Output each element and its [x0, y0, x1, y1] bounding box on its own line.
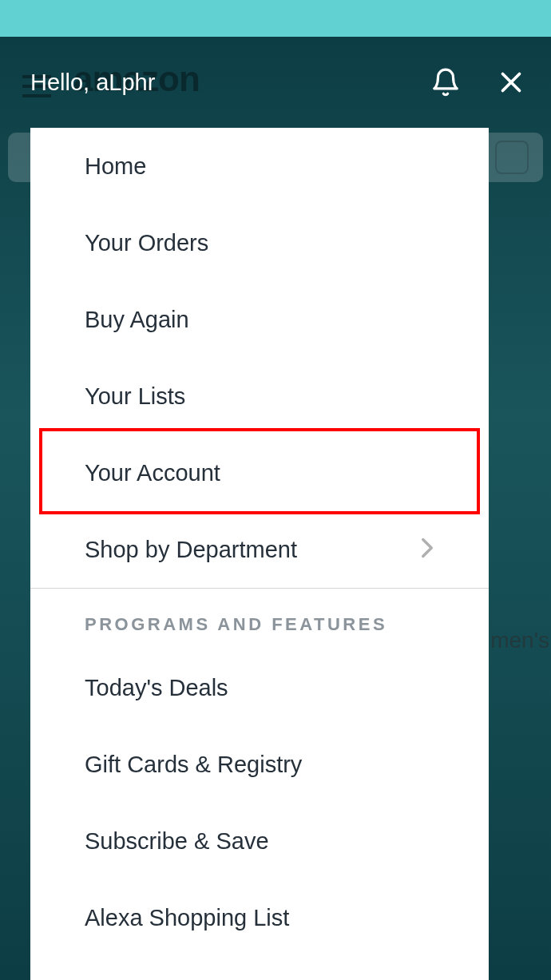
menu-item-subscribe-save[interactable]: Subscribe & Save — [30, 803, 489, 879]
menu-item-label: Buy Again — [85, 307, 189, 333]
menu-panel: Home Your Orders Buy Again Your Lists Yo… — [30, 128, 489, 980]
close-button[interactable] — [494, 65, 529, 100]
menu-item-label: Your Orders — [85, 230, 208, 256]
greeting-text: Hello, aLphr — [30, 69, 428, 96]
menu-item-home[interactable]: Home — [30, 128, 489, 204]
menu-header: Hello, aLphr — [0, 37, 551, 128]
menu-item-label: Subscribe & Save — [85, 828, 269, 855]
menu-item-todays-deals[interactable]: Today's Deals — [30, 649, 489, 726]
menu-item-your-account[interactable]: Your Account — [30, 434, 489, 511]
menu-item-shop-by-department[interactable]: Shop by Department — [30, 511, 489, 588]
notifications-button[interactable] — [428, 65, 463, 100]
menu-item-label: Shop by Department — [85, 537, 297, 563]
section-header-programs: PROGRAMS AND FEATURES — [30, 589, 489, 649]
menu-item-label: Today's Deals — [85, 675, 228, 701]
menu-item-alexa-shopping-list[interactable]: Alexa Shopping List — [30, 879, 489, 956]
menu-item-your-orders[interactable]: Your Orders — [30, 204, 489, 281]
menu-item-your-lists[interactable]: Your Lists — [30, 358, 489, 434]
top-banner — [0, 0, 551, 37]
menu-item-label: Home — [85, 153, 146, 180]
close-icon — [497, 68, 525, 97]
menu-item-label: Gift Cards & Registry — [85, 752, 302, 778]
chevron-right-icon — [420, 537, 434, 562]
bell-icon — [430, 66, 461, 98]
menu-item-gift-cards-registry[interactable]: Gift Cards & Registry — [30, 726, 489, 803]
camera-icon — [495, 141, 529, 174]
menu-item-label: Your Account — [85, 460, 220, 486]
menu-item-label: Your Lists — [85, 383, 185, 410]
backdrop-tab-label: men's — [490, 628, 549, 653]
menu-item-buy-again[interactable]: Buy Again — [30, 281, 489, 358]
menu-item-label: Alexa Shopping List — [85, 905, 289, 931]
